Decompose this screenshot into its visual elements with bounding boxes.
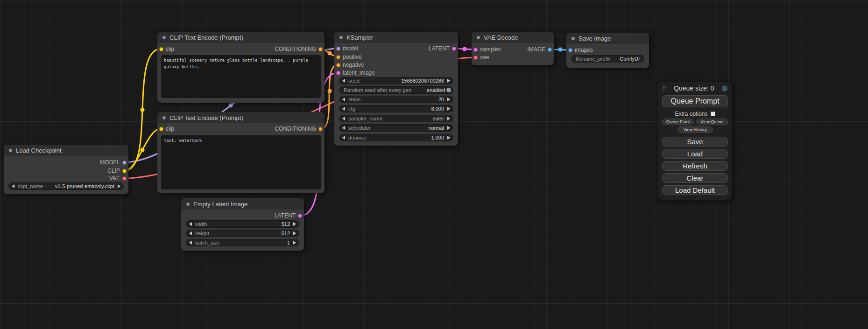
output-slot-vae: VAE xyxy=(109,175,127,182)
input-slot-clip: clip xyxy=(159,45,174,53)
collapse-dot-icon[interactable] xyxy=(339,35,343,40)
decrement-arrow-icon[interactable] xyxy=(189,241,192,245)
node-titlebar[interactable]: KSampler xyxy=(334,32,458,43)
node-clip-text-encode-negative[interactable]: CLIP Text Encode (Prompt) clip CONDITION… xyxy=(157,112,325,193)
widget-value: 156680208700286 xyxy=(401,78,444,84)
view-queue-button[interactable]: View Queue xyxy=(696,119,728,125)
latent-slot-dot[interactable] xyxy=(298,214,302,218)
conditioning-slot-dot[interactable] xyxy=(336,55,340,59)
cfg-widget[interactable]: cfg 8.000 xyxy=(339,105,453,112)
decrement-arrow-icon[interactable] xyxy=(12,184,14,188)
decrement-arrow-icon[interactable] xyxy=(342,107,345,111)
node-save-image[interactable]: Save Image images filename_prefix ComfyU… xyxy=(566,33,649,68)
node-empty-latent-image[interactable]: Empty Latent Image LATENT width 512 heig… xyxy=(181,198,304,251)
node-load-checkpoint[interactable]: Load Checkpoint MODEL CLIP VAE ckpt_name… xyxy=(4,145,128,194)
node-ksampler[interactable]: KSampler model positive negative latent_… xyxy=(334,32,458,146)
increment-arrow-icon[interactable] xyxy=(293,241,296,245)
sampler-name-widget[interactable]: sampler_name euler xyxy=(339,115,453,122)
decrement-arrow-icon[interactable] xyxy=(342,98,345,101)
load-default-button[interactable]: Load Default xyxy=(662,185,728,195)
widget-value: 20 xyxy=(438,97,444,102)
decrement-arrow-icon[interactable] xyxy=(342,79,345,83)
node-vae-decode[interactable]: VAE Decode samples vae IMAGE xyxy=(472,32,554,65)
refresh-button[interactable]: Refresh xyxy=(662,161,728,171)
steps-widget[interactable]: steps 20 xyxy=(339,96,453,103)
image-slot-dot[interactable] xyxy=(548,48,552,52)
conditioning-slot-dot[interactable] xyxy=(318,47,323,51)
increment-arrow-icon[interactable] xyxy=(447,126,450,130)
collapse-dot-icon[interactable] xyxy=(186,202,190,206)
input-slot-vae: vae xyxy=(473,54,489,61)
scheduler-widget[interactable]: scheduler normal xyxy=(339,124,453,132)
latent-slot-dot[interactable] xyxy=(336,71,340,75)
vae-slot-dot[interactable] xyxy=(122,176,127,181)
save-button[interactable]: Save xyxy=(662,137,728,147)
decrement-arrow-icon[interactable] xyxy=(342,136,345,140)
prompt-textarea[interactable]: beautiful scenery nature glass bottle la… xyxy=(161,55,321,98)
increment-arrow-icon[interactable] xyxy=(447,107,450,111)
vae-slot-dot[interactable] xyxy=(473,56,478,60)
random-seed-widget[interactable]: Random seed after every gen enabled xyxy=(339,86,453,94)
collapse-dot-icon[interactable] xyxy=(571,36,575,41)
node-titlebar[interactable]: Load Checkpoint xyxy=(4,145,128,156)
widget-label: width xyxy=(195,221,207,227)
link-dot xyxy=(141,108,145,112)
clear-button[interactable]: Clear xyxy=(662,173,728,183)
node-titlebar[interactable]: VAE Decode xyxy=(472,32,554,43)
extra-options-checkbox[interactable] xyxy=(711,112,715,116)
increment-arrow-icon[interactable] xyxy=(293,231,296,235)
collapse-dot-icon[interactable] xyxy=(162,116,166,120)
collapse-dot-icon[interactable] xyxy=(162,35,166,40)
drag-handle-icon[interactable]: ⠿ xyxy=(662,85,666,91)
model-slot-dot[interactable] xyxy=(336,47,340,51)
model-slot-dot[interactable] xyxy=(122,161,127,165)
queue-front-button[interactable]: Queue Front xyxy=(662,119,694,125)
node-titlebar[interactable]: Save Image xyxy=(566,33,649,44)
node-clip-text-encode-positive[interactable]: CLIP Text Encode (Prompt) clip CONDITION… xyxy=(157,32,325,103)
collapse-dot-icon[interactable] xyxy=(8,148,13,153)
filename-prefix-widget[interactable]: filename_prefix ComfyUI xyxy=(571,55,644,63)
view-history-button[interactable]: View History xyxy=(677,126,713,133)
latent-slot-dot[interactable] xyxy=(452,47,456,51)
denoise-widget[interactable]: denoise 1.000 xyxy=(339,134,453,141)
increment-arrow-icon[interactable] xyxy=(447,98,450,101)
node-titlebar[interactable]: CLIP Text Encode (Prompt) xyxy=(157,32,325,43)
clip-slot-dot[interactable] xyxy=(122,169,127,173)
increment-arrow-icon[interactable] xyxy=(293,222,296,226)
increment-arrow-icon[interactable] xyxy=(447,136,450,140)
slot-label: samples xyxy=(480,46,501,53)
node-titlebar[interactable]: Empty Latent Image xyxy=(181,198,304,210)
latent-slot-dot[interactable] xyxy=(473,48,478,52)
node-titlebar[interactable]: CLIP Text Encode (Prompt) xyxy=(157,112,325,123)
increment-arrow-icon[interactable] xyxy=(447,79,450,83)
queue-prompt-button[interactable]: Queue Prompt xyxy=(662,95,728,107)
comfy-menu-panel[interactable]: ⠿ Queue size: 0 ⚙ Queue Prompt Extra opt… xyxy=(658,82,732,200)
height-widget[interactable]: height 512 xyxy=(186,230,299,237)
batch-size-widget[interactable]: batch_size 1 xyxy=(186,239,299,246)
conditioning-slot-dot[interactable] xyxy=(336,63,340,67)
seed-widget[interactable]: seed 156680208700286 xyxy=(339,77,453,84)
node-graph-canvas[interactable]: Load Checkpoint MODEL CLIP VAE ckpt_name… xyxy=(0,0,868,329)
collapse-dot-icon[interactable] xyxy=(476,35,480,40)
conditioning-slot-dot[interactable] xyxy=(318,127,323,131)
widget-value: 512 xyxy=(282,221,290,227)
clip-slot-dot[interactable] xyxy=(159,47,163,51)
random-seed-toggle-dot[interactable] xyxy=(446,88,451,92)
image-slot-dot[interactable] xyxy=(568,48,572,52)
output-slot-image: IMAGE xyxy=(527,46,552,53)
slot-label: LATENT xyxy=(429,45,450,52)
widget-label: Random seed after every gen xyxy=(344,87,411,93)
load-button[interactable]: Load xyxy=(662,149,728,159)
decrement-arrow-icon[interactable] xyxy=(189,222,192,226)
decrement-arrow-icon[interactable] xyxy=(342,126,345,130)
increment-arrow-icon[interactable] xyxy=(118,184,120,188)
width-widget[interactable]: width 512 xyxy=(186,220,299,228)
input-slot-images: images xyxy=(568,46,593,54)
ckpt-name-widget[interactable]: ckpt_name v1-5-pruned-emaonly.ckpt xyxy=(8,182,124,190)
settings-gear-icon[interactable]: ⚙ xyxy=(722,85,728,92)
clip-slot-dot[interactable] xyxy=(159,127,163,131)
decrement-arrow-icon[interactable] xyxy=(189,231,192,235)
decrement-arrow-icon[interactable] xyxy=(342,117,345,120)
prompt-textarea[interactable]: text, watermark xyxy=(161,135,321,189)
increment-arrow-icon[interactable] xyxy=(447,117,450,120)
